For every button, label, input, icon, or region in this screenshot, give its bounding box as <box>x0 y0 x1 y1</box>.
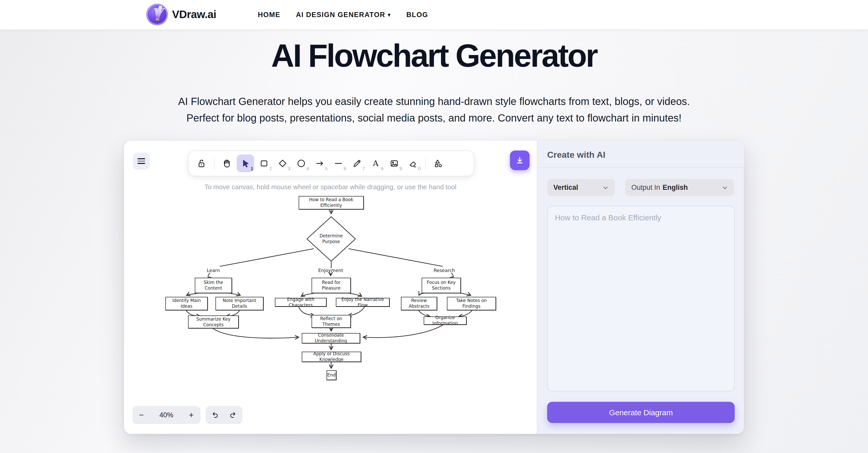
flowchart-node-focus[interactable]: Focus on Key Sections <box>422 278 461 293</box>
eraser-icon <box>408 158 418 169</box>
line-icon <box>333 158 344 169</box>
tool-diamond-button[interactable]: 3 <box>274 154 291 172</box>
image-icon <box>389 158 399 169</box>
tool-shortcut: 5 <box>325 166 328 171</box>
flowchart-node-apply[interactable]: Apply or Discuss Knowledge <box>302 352 361 362</box>
zoom-level[interactable]: 40% <box>159 411 173 419</box>
editor-card: How to Read a Book EfficientlyDetermineP… <box>124 141 744 434</box>
tool-hand-button[interactable] <box>218 154 236 172</box>
chevron-down-icon <box>722 185 728 191</box>
brand-name: VDraw.ai <box>172 8 216 21</box>
tool-shortcut: 4 <box>307 166 309 171</box>
generate-diagram-button[interactable]: Generate Diagram <box>547 402 735 423</box>
tool-selection-button[interactable]: 1 <box>237 154 254 172</box>
direction-dropdown[interactable]: Vertical <box>547 179 615 196</box>
flowchart-node-reflect[interactable]: Reflect on Themes <box>312 315 351 328</box>
flowchart-node-skim[interactable]: Skim the Content <box>195 278 232 293</box>
flowchart-node-organize[interactable]: Organize Information <box>424 316 467 325</box>
flowchart-node-branch-research: Research <box>431 267 457 274</box>
flowchart-node-branch-enjoyment: Enjoyment <box>317 267 345 274</box>
flowchart-node-engage[interactable]: Engage with Characters <box>275 298 327 307</box>
vdraw-logo-icon: V <box>146 4 168 25</box>
flowchart-node-identify[interactable]: Identify Main Ideas <box>165 297 208 310</box>
tool-shortcut: 2 <box>270 166 272 171</box>
caret-down-icon: ▾ <box>388 12 391 18</box>
download-button[interactable] <box>510 150 530 170</box>
tool-eraser-button[interactable]: 0 <box>404 154 422 172</box>
nav-links: HOMEAI DESIGN GENERATOR▾BLOG <box>258 0 428 29</box>
direction-dropdown-value: Vertical <box>553 183 578 191</box>
flowchart-node-takenotes[interactable]: Take Notes on Findings <box>447 297 496 310</box>
panel-divider <box>537 167 745 168</box>
tool-shortcut: 9 <box>400 166 402 171</box>
flowchart-node-summarize[interactable]: Summarize Key Concepts <box>188 315 239 329</box>
canvas-hint: To move canvas, hold mouse wheel or spac… <box>124 183 537 191</box>
output-language-value: English <box>663 183 688 191</box>
tool-image-button[interactable]: 9 <box>385 154 403 172</box>
brand-logo[interactable]: V VDraw.ai <box>146 4 216 25</box>
flowchart-node-consolidate[interactable]: Consolidate Understanding <box>302 333 360 343</box>
hand-icon <box>222 158 232 169</box>
flowchart-node-start[interactable]: How to Read a Book Efficiently <box>299 196 364 209</box>
drawing-canvas[interactable]: How to Read a Book EfficientlyDetermineP… <box>124 141 537 434</box>
lock-icon <box>196 158 207 169</box>
prompt-input[interactable] <box>547 206 735 392</box>
toolbar-divider <box>214 157 214 170</box>
shapes-icon <box>433 158 443 169</box>
flowchart-node-branch-learn: Learn <box>205 267 222 274</box>
redo-icon <box>229 410 238 419</box>
draw-icon <box>352 158 362 169</box>
history-control <box>206 406 242 424</box>
redo-button[interactable] <box>229 410 238 419</box>
nav-link-ai-design-generator[interactable]: AI DESIGN GENERATOR▾ <box>296 11 391 19</box>
undo-icon <box>211 410 219 419</box>
flowchart-node-purpose[interactable]: DeterminePurpose <box>306 216 356 262</box>
panel-title: Create with AI <box>547 150 605 160</box>
tool-arrow-button[interactable]: 5 <box>311 154 329 172</box>
hamburger-icon <box>137 158 145 164</box>
flowchart-node-enjoy[interactable]: Enjoy the Narrative Flow <box>336 298 390 307</box>
zoom-in-button[interactable]: + <box>189 411 194 419</box>
tool-shortcut: 1 <box>251 166 253 171</box>
output-language-dropdown[interactable]: Output In English <box>625 179 734 196</box>
create-with-ai-panel: Create with AI Vertical Output In Englis… <box>537 141 744 434</box>
tool-ellipse-button[interactable]: 4 <box>292 154 310 172</box>
text-icon: A <box>370 158 381 169</box>
toolbar-divider <box>425 157 426 170</box>
download-icon <box>515 155 524 165</box>
zoom-out-button[interactable]: − <box>139 411 144 419</box>
undo-button[interactable] <box>211 410 219 419</box>
subtitle-line-1: AI Flowchart Generator helps you easily … <box>0 93 868 110</box>
tool-draw-button[interactable]: 7 <box>348 154 366 172</box>
tool-shortcut: 6 <box>344 166 346 171</box>
rectangle-icon <box>259 158 269 169</box>
tool-shortcut: 0 <box>418 166 421 171</box>
nav-link-blog[interactable]: BLOG <box>406 11 428 19</box>
page-title: AI Flowchart Generator <box>0 37 868 74</box>
tool-shortcut: 7 <box>363 166 365 171</box>
tool-text-button[interactable]: A8 <box>367 154 384 172</box>
tool-toolbar: 1234567A890 <box>189 151 474 176</box>
diamond-icon <box>277 158 288 169</box>
flowchart-node-end[interactable]: End <box>327 370 336 380</box>
tool-shapes-button[interactable] <box>429 154 447 172</box>
tool-shortcut: 3 <box>288 166 290 171</box>
page-subtitle: AI Flowchart Generator helps you easily … <box>0 93 868 126</box>
navbar: V VDraw.ai HOMEAI DESIGN GENERATOR▾BLOG <box>0 0 868 30</box>
tool-rectangle-button[interactable]: 2 <box>255 154 273 172</box>
flowchart-node-read[interactable]: Read for Pleasure <box>312 278 351 293</box>
selection-icon <box>240 158 251 169</box>
zoom-control: − 40% + <box>132 406 200 424</box>
arrow-icon <box>315 158 325 169</box>
page: V VDraw.ai HOMEAI DESIGN GENERATOR▾BLOG … <box>0 0 868 453</box>
tool-lock-button[interactable] <box>193 154 210 172</box>
flowchart-node-review[interactable]: Review Abstracts <box>401 297 437 310</box>
tool-shortcut: 8 <box>381 166 383 171</box>
svg-text:A: A <box>373 159 378 168</box>
nav-link-home[interactable]: HOME <box>258 11 280 19</box>
menu-button[interactable] <box>133 152 150 170</box>
output-language-prefix: Output In <box>631 183 660 191</box>
tool-line-button[interactable]: 6 <box>330 154 347 172</box>
flowchart-node-note[interactable]: Note Important Details <box>215 297 264 310</box>
chevron-down-icon <box>602 185 609 191</box>
